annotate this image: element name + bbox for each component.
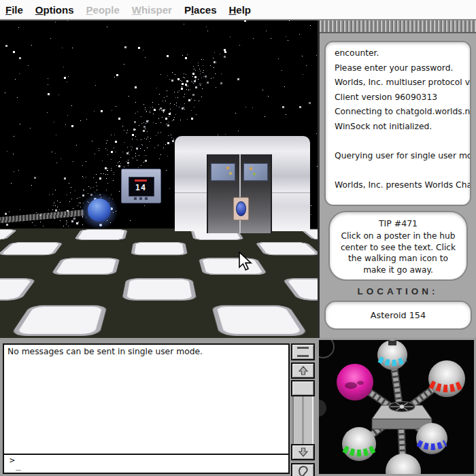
mouse-cursor-icon — [238, 252, 253, 272]
floor-tile — [131, 242, 188, 255]
menu-help[interactable]: Help — [228, 4, 251, 16]
avatar-sphere[interactable] — [80, 192, 118, 230]
floor-plane — [0, 228, 318, 338]
scroll-down-button[interactable] — [291, 444, 315, 460]
chat-scrollbar — [291, 343, 315, 474]
floor-tile — [50, 258, 120, 275]
scroll-thumb[interactable] — [291, 380, 315, 396]
door-button[interactable] — [236, 201, 246, 216]
floor-tile — [254, 242, 318, 255]
scroll-track[interactable] — [292, 396, 313, 444]
avatar-ball — [88, 199, 111, 222]
level-sign[interactable]: 14 — [121, 169, 161, 203]
door-button-plate[interactable] — [233, 197, 249, 220]
tip-box: TIP #471 Click on a poster in the hub ce… — [328, 211, 468, 281]
window-speck — [229, 172, 232, 175]
floor-tile — [0, 242, 63, 255]
floor-tile — [121, 278, 196, 301]
floor-tile — [198, 258, 267, 275]
floor-tile — [73, 229, 127, 240]
menu-places[interactable]: Places — [184, 4, 217, 16]
starfield-band — [0, 20, 1, 21]
station-map-panel — [318, 338, 476, 476]
elevator[interactable] — [175, 136, 310, 231]
window-speck — [226, 167, 229, 169]
sign-dot — [145, 197, 148, 200]
console-line: Connecting to chatgold.worlds.net : 5150… — [335, 105, 467, 120]
sign-dot — [139, 197, 142, 200]
chat-message: No messages can be sent in single user m… — [7, 347, 203, 356]
ear-icon — [298, 465, 309, 476]
elevator-doors[interactable] — [207, 154, 272, 233]
station-hub-graphic — [319, 340, 474, 474]
scroll-up-button[interactable] — [291, 362, 315, 379]
door-seam — [239, 154, 241, 233]
worlds-chat-window: FileOptionsPeopleWhisperPlacesHelp 14 — [0, 0, 476, 476]
console-lines: encounter.Please enter your password.Wor… — [335, 46, 467, 193]
scroll-top-button[interactable] — [291, 343, 315, 360]
station-map — [319, 340, 474, 474]
tip-body: Click on a poster in the hub center to s… — [338, 231, 458, 275]
console-line: Worlds, Inc. multiuser protocol version … — [335, 75, 467, 90]
floor-tile — [10, 305, 107, 336]
chat-input[interactable]: > _ — [4, 455, 288, 473]
floor-tile — [211, 305, 308, 336]
console-line: encounter. — [335, 46, 467, 61]
door-window — [243, 163, 268, 181]
arrow-up-icon — [298, 365, 309, 376]
tip-title: TIP #471 — [338, 218, 458, 228]
walkway-edge — [0, 209, 84, 223]
location-value: Asteroid 154 — [371, 310, 426, 320]
checkered-floor — [0, 228, 318, 338]
floor-tile — [282, 278, 318, 301]
door-window — [211, 163, 235, 181]
side-panel: encounter.Please enter your password.Wor… — [318, 20, 476, 338]
menu-bar: FileOptionsPeopleWhisperPlacesHelp — [0, 0, 476, 20]
floor-tile — [0, 229, 18, 240]
3d-viewport[interactable]: 14 — [0, 20, 318, 338]
window-speck — [250, 167, 252, 170]
console-line: Querying user for single user mode. — [335, 149, 467, 164]
window-speck — [253, 173, 256, 175]
console-line — [335, 164, 467, 179]
menu-file[interactable]: File — [5, 4, 23, 16]
chat-area: No messages can be sent in single user m… — [0, 338, 318, 476]
floor-tile — [0, 278, 36, 301]
location-value-box: Asteroid 154 — [324, 301, 472, 330]
panel-grip-texture — [320, 20, 476, 33]
text-cursor: _ — [16, 460, 21, 471]
arrow-down-icon — [298, 447, 309, 458]
console-line — [335, 135, 467, 150]
level-sign-screen: 14 — [129, 177, 154, 197]
console-line: Worlds, Inc. presents Worlds Chat(tm) Go… — [335, 178, 467, 193]
chat-frame: No messages can be sent in single user m… — [3, 343, 290, 474]
menu-options[interactable]: Options — [35, 4, 74, 16]
level-number: 14 — [129, 183, 152, 192]
sign-dot — [134, 197, 137, 200]
status-console: encounter.Please enter your password.Wor… — [324, 41, 471, 206]
hear-button[interactable] — [291, 463, 315, 476]
menu-people: People — [86, 4, 120, 16]
chat-prompt: > — [10, 455, 15, 465]
sign-red-indicator — [135, 180, 147, 182]
bars-icon — [297, 347, 309, 357]
menu-whisper: Whisper — [132, 4, 172, 16]
location-label: LOCATION: — [320, 286, 476, 296]
console-line: WinSock not initialized. — [335, 120, 467, 135]
chat-log: No messages can be sent in single user m… — [4, 345, 288, 454]
console-line: Client version 96090313 — [335, 90, 467, 105]
console-line: Please enter your password. — [335, 61, 467, 76]
